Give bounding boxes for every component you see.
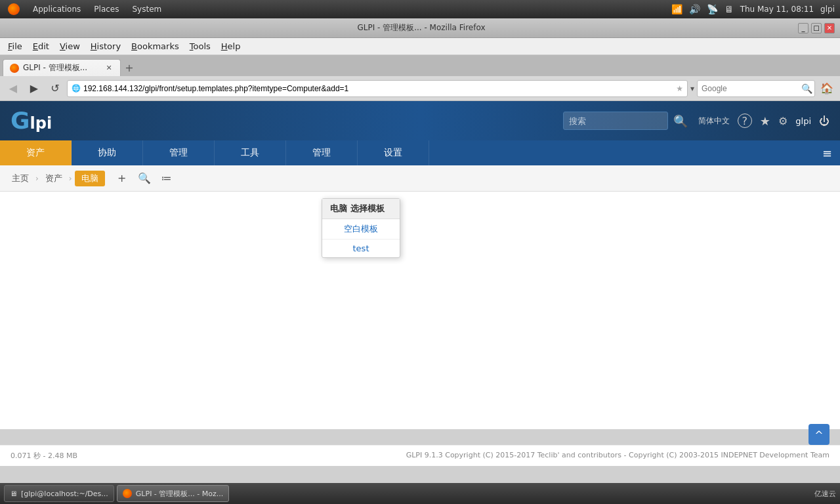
nav-helpdesk-label: 协助 xyxy=(98,147,116,159)
tab-label: GLPI - 管理模板... xyxy=(23,62,87,74)
menu-help[interactable]: Help xyxy=(216,40,246,52)
places-menu[interactable]: Places xyxy=(91,3,121,15)
breadcrumb-computers[interactable]: 电脑 xyxy=(75,171,105,186)
taskbar-right-area: 亿速云 xyxy=(814,489,836,499)
firefox-navbar: ◀ ▶ ↺ 🌐 ★ ▾ 🔍 🏠 xyxy=(0,76,840,101)
active-tab[interactable]: GLPI - 管理模板... ✕ xyxy=(3,59,121,76)
system-menu[interactable]: System xyxy=(129,3,164,15)
template-blank-option[interactable]: 空白模板 xyxy=(322,219,400,239)
glpi-username[interactable]: glpi xyxy=(795,116,811,126)
close-button[interactable]: ✕ xyxy=(824,23,835,33)
home-button[interactable]: 🏠 xyxy=(818,79,836,98)
taskbar-right-brand: 亿速云 xyxy=(814,489,836,499)
taskbar-firefox-icon xyxy=(123,489,132,498)
address-bar[interactable]: 🌐 ★ xyxy=(67,80,688,97)
firefox-launcher[interactable] xyxy=(5,2,22,16)
glpi-favorites-icon[interactable]: ★ xyxy=(760,114,770,128)
system-label: System xyxy=(132,5,161,14)
add-computer-button[interactable]: + xyxy=(113,169,131,188)
search-input[interactable] xyxy=(702,84,800,93)
breadcrumb-sep-2: › xyxy=(69,174,72,183)
glpi-header: G lpi 🔍 简体中文 ? ★ ⚙ glpi ⏻ xyxy=(0,101,840,140)
dropdown-arrow[interactable]: ▾ xyxy=(690,84,694,93)
terminal-label: [glpi@localhost:~/Des... xyxy=(21,490,108,498)
forward-button[interactable]: ▶ xyxy=(25,79,43,98)
search-magnify-icon[interactable]: 🔍 xyxy=(801,81,812,96)
template-popup: 电脑 选择模板 空白模板 test xyxy=(322,198,400,258)
tab-close-button[interactable]: ✕ xyxy=(104,64,114,73)
nav-management[interactable]: 管理 xyxy=(143,140,215,165)
new-tab-button[interactable]: + xyxy=(121,59,138,76)
nav-settings[interactable]: 设置 xyxy=(358,140,429,165)
tab-favicon xyxy=(10,64,19,73)
glpi-search-input[interactable] xyxy=(563,112,668,130)
glpi-help-icon[interactable]: ? xyxy=(738,114,752,128)
search-bar: 🔍 xyxy=(697,80,815,97)
taskbar-terminal[interactable]: 🖥 [glpi@localhost:~/Des... xyxy=(4,485,114,502)
menu-history[interactable]: History xyxy=(85,40,126,52)
breadcrumb-assets[interactable]: 资产 xyxy=(41,171,66,186)
footer-timing: 0.071 秒 - 2.48 MB xyxy=(10,451,77,461)
glpi-footer: 0.071 秒 - 2.48 MB GLPI 9.1.3 Copyright (… xyxy=(0,445,840,466)
footer-copyright: GLPI 9.1.3 Copyright (C) 2015-2017 Tecli… xyxy=(406,451,830,461)
breadcrumb-actions: + 🔍 ≔ xyxy=(113,169,176,188)
nav-management-label: 管理 xyxy=(169,147,188,159)
glpi-navbar: 资产 协助 管理 工具 管理 设置 ≡ xyxy=(0,140,840,165)
minimize-button[interactable]: _ xyxy=(798,23,808,33)
restore-button[interactable]: □ xyxy=(811,23,822,33)
bluetooth-tray-icon[interactable]: 📡 xyxy=(707,4,718,14)
template-popup-title: 电脑 选择模板 xyxy=(330,203,385,213)
glpi-search-box: 🔍 xyxy=(563,112,688,130)
window-controls: _ □ ✕ xyxy=(798,23,835,33)
hamburger-menu[interactable]: ≡ xyxy=(814,140,840,165)
audio-tray-icon[interactable]: 🔊 xyxy=(689,4,700,14)
security-icon: 🌐 xyxy=(72,84,81,93)
firefox-icon xyxy=(8,3,20,15)
nav-tools[interactable]: 工具 xyxy=(215,140,286,165)
glpi-main-content: 电脑 选择模板 空白模板 test xyxy=(0,192,840,388)
glpi-logo: G lpi xyxy=(10,109,52,133)
nav-assets[interactable]: 资产 xyxy=(0,140,72,165)
menu-edit[interactable]: Edit xyxy=(28,40,54,52)
menu-tools[interactable]: Tools xyxy=(184,40,216,52)
menu-file[interactable]: File xyxy=(3,40,28,52)
firefox-window: GLPI - 管理模板... - Mozilla Firefox _ □ ✕ F… xyxy=(0,18,840,429)
datetime-display: Thu May 11, 08:11 xyxy=(740,5,814,14)
back-button[interactable]: ◀ xyxy=(4,79,22,98)
firefox-titlebar: GLPI - 管理模板... - Mozilla Firefox _ □ ✕ xyxy=(0,18,840,38)
scroll-to-top-button[interactable]: ^ xyxy=(808,424,830,445)
list-view-button[interactable]: ≔ xyxy=(158,169,176,188)
logo-lpi: lpi xyxy=(30,114,52,133)
nav-helpdesk[interactable]: 协助 xyxy=(72,140,143,165)
menu-bookmarks[interactable]: Bookmarks xyxy=(126,40,184,52)
taskbar-top-right: 📶 🔊 📡 🖥 Thu May 11, 08:11 glpi xyxy=(671,4,835,14)
bookmark-star-icon[interactable]: ★ xyxy=(676,84,683,93)
glpi-lang-selector[interactable]: 简体中文 xyxy=(698,116,730,127)
applications-menu[interactable]: Applications xyxy=(30,3,83,15)
template-test-option[interactable]: test xyxy=(322,239,400,257)
template-test-label: test xyxy=(353,243,369,253)
glpi-settings-icon[interactable]: ⚙ xyxy=(778,115,788,127)
nav-admin[interactable]: 管理 xyxy=(286,140,358,165)
terminal-icon: 🖥 xyxy=(10,490,17,498)
glpi-search-icon[interactable]: 🔍 xyxy=(673,114,688,128)
firefox-menubar: File Edit View History Bookmarks Tools H… xyxy=(0,38,840,55)
nav-admin-label: 管理 xyxy=(312,147,331,159)
display-tray-icon[interactable]: 🖥 xyxy=(724,4,734,14)
os-taskbar-top: Applications Places System 📶 🔊 📡 🖥 Thu M… xyxy=(0,0,840,18)
nav-tools-label: 工具 xyxy=(241,147,259,159)
refresh-button[interactable]: ↺ xyxy=(46,79,64,98)
breadcrumb: 主页 › 资产 › 电脑 + 🔍 ≔ xyxy=(0,165,840,192)
glpi-application: G lpi 🔍 简体中文 ? ★ ⚙ glpi ⏻ 资产 xyxy=(0,101,840,429)
taskbar-firefox[interactable]: GLPI - 管理模板... - Moz... xyxy=(117,485,229,502)
glpi-power-icon[interactable]: ⏻ xyxy=(819,115,830,127)
address-input[interactable] xyxy=(83,84,676,93)
breadcrumb-home[interactable]: 主页 xyxy=(8,171,33,186)
places-label: Places xyxy=(94,5,119,14)
logo-g: G xyxy=(10,109,30,133)
menu-view[interactable]: View xyxy=(54,40,85,52)
search-computer-button[interactable]: 🔍 xyxy=(135,169,154,188)
taskbar-firefox-label: GLPI - 管理模板... - Moz... xyxy=(136,489,223,499)
network-tray-icon[interactable]: 📶 xyxy=(671,4,682,14)
firefox-tabs: GLPI - 管理模板... ✕ + xyxy=(0,55,840,76)
